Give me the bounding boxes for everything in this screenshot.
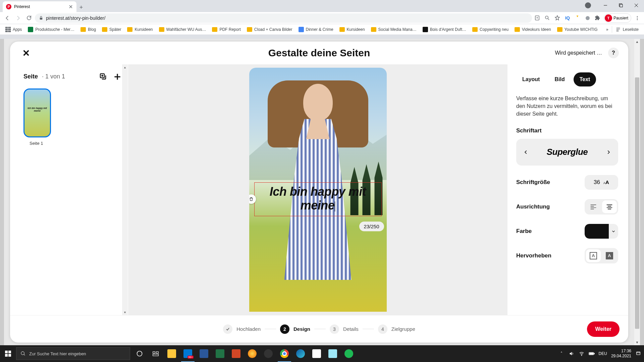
window-close-icon[interactable] [629, 0, 644, 11]
extension-icon-2[interactable] [584, 14, 592, 22]
text-content[interactable]: Ich bin happy mitmeine [257, 185, 379, 213]
highlight-none-button[interactable]: A [586, 249, 601, 262]
browser-tab[interactable]: P Pinterest [3, 1, 76, 12]
bookmark-item[interactable]: Copywriting neu [470, 26, 511, 33]
extension-icon-1[interactable] [574, 14, 582, 22]
help-button[interactable]: ? [608, 48, 619, 58]
app-header: Gestalte deine Seiten Wird gespeichert …… [10, 42, 628, 64]
tray-notifications-icon[interactable] [635, 351, 641, 357]
page-thumbnail[interactable]: Ich bin happy mitmeine [23, 88, 51, 137]
taskbar-powerpoint[interactable] [228, 345, 244, 362]
taskbar-app2[interactable] [309, 345, 325, 362]
iq-icon[interactable]: IQ [564, 14, 572, 22]
tab-layout[interactable]: Layout [516, 72, 546, 86]
install-app-icon[interactable] [533, 14, 541, 22]
chrome-menu-icon[interactable] [633, 14, 641, 22]
taskbar-taskview[interactable] [148, 345, 164, 362]
window-minimize-icon[interactable] [598, 0, 613, 11]
tab-title: Pinterest [14, 4, 30, 9]
chrome-account-icon[interactable] [585, 2, 591, 8]
url-input[interactable]: pinterest.at/story-pin-builder/ [35, 13, 532, 23]
taskbar-search[interactable]: Zur Suche Text hier eingeben [16, 347, 130, 360]
text-box[interactable]: Ich bin happy mitmeine 23/250 [254, 182, 382, 216]
taskbar-notepad[interactable] [325, 345, 341, 362]
tray-wifi-icon[interactable] [579, 351, 585, 357]
taskbar-obs[interactable] [260, 345, 276, 362]
svg-rect-12 [153, 352, 155, 353]
stepper: Hochladen 2 Design 3 Details 4 [223, 324, 415, 334]
bookmark-item[interactable]: Youtube WICHTIG [554, 26, 600, 33]
tray-volume-icon[interactable] [569, 351, 575, 357]
font-next-button[interactable] [604, 148, 613, 157]
font-prev-button[interactable] [522, 148, 530, 157]
word-icon [200, 349, 208, 358]
bookmark-item[interactable]: Kursideen [124, 26, 155, 33]
scroll-up-icon[interactable]: ▴ [122, 64, 128, 70]
profile-badge[interactable]: T Pausiert [604, 13, 631, 23]
reading-list-button[interactable]: Leseliste [613, 25, 641, 34]
scrollbar-thumb[interactable] [635, 77, 639, 329]
tray-language[interactable]: DEU [599, 351, 607, 356]
align-center-button[interactable] [602, 200, 617, 213]
taskbar-app1[interactable] [244, 345, 260, 362]
font-size-input[interactable]: 36 AA [585, 175, 618, 190]
bookmark-item[interactable]: Dinner & Crime [296, 25, 336, 34]
bookmark-item[interactable]: Kursideen [337, 26, 368, 33]
scroll-down-icon[interactable]: ▾ [122, 309, 128, 315]
taskbar-word[interactable] [196, 345, 212, 362]
taskbar-explorer[interactable] [164, 345, 180, 362]
bookmark-overflow[interactable]: » [603, 26, 611, 33]
window-maximize-icon[interactable] [613, 0, 629, 11]
back-button[interactable] [3, 13, 12, 23]
step-audience[interactable]: 4 Zielgruppe [378, 324, 415, 334]
tray-battery-icon[interactable] [589, 351, 595, 357]
scroll-up-icon[interactable]: ▲ [634, 39, 640, 45]
tab-text[interactable]: Text [574, 72, 596, 86]
color-picker[interactable] [585, 224, 618, 239]
tray-expand-icon[interactable]: ˄ [558, 351, 565, 357]
url-text: pinterest.at/story-pin-builder/ [46, 15, 105, 21]
bookmark-item[interactable]: PDF Report [209, 26, 243, 33]
align-left-button[interactable] [586, 200, 601, 213]
taskbar-cortana[interactable] [131, 345, 148, 362]
bookmark-item[interactable]: Social Media Mana… [368, 26, 419, 33]
bookmark-item[interactable]: Videokurs Ideen [512, 26, 554, 33]
tab-close-icon[interactable] [68, 4, 73, 9]
forward-button[interactable] [13, 13, 23, 23]
close-button[interactable] [19, 46, 33, 60]
bookmark-item[interactable]: Produktsuche - Mer… [25, 25, 77, 34]
scroll-down-icon[interactable]: ▼ [634, 340, 640, 345]
bookmark-item[interactable]: Cload + Canva Bilder [244, 26, 295, 33]
bookmark-item[interactable]: Blog [78, 26, 99, 33]
sidebar-scrollbar[interactable]: ▴ ▾ [122, 64, 128, 315]
step-design[interactable]: 2 Design [280, 324, 310, 334]
duplicate-page-button[interactable] [99, 72, 107, 80]
tray-clock[interactable]: 17:36 29.04.2021 [611, 349, 631, 359]
tab-image[interactable]: Bild [548, 72, 571, 86]
taskbar-spotify[interactable] [341, 345, 357, 362]
step-details[interactable]: 3 Details [330, 324, 359, 334]
step-upload[interactable]: Hochladen [223, 324, 261, 334]
reload-button[interactable] [24, 13, 34, 23]
taskbar-excel[interactable] [212, 345, 228, 362]
bookmark-item[interactable]: Später [99, 26, 124, 33]
highlight-fill-button[interactable]: A [602, 249, 617, 262]
design-canvas[interactable]: Ich bin happy mitmeine 23/250 [249, 68, 387, 312]
taskbar-mail[interactable]: 99+ [180, 345, 196, 362]
delete-text-button[interactable] [249, 194, 256, 204]
new-tab-button[interactable]: + [76, 3, 86, 12]
bookmark-item[interactable]: Bois d'Argent Duft… [420, 25, 469, 34]
taskbar-edge[interactable] [292, 345, 309, 362]
svg-rect-19 [637, 352, 640, 355]
zoom-icon[interactable] [543, 14, 551, 22]
extensions-puzzle-icon[interactable] [594, 14, 602, 22]
bookmark-star-icon[interactable] [553, 14, 561, 22]
bookmark-apps[interactable]: Apps [3, 25, 24, 34]
bookmark-item[interactable]: Wahlfächer WU Aus… [156, 26, 209, 33]
start-button[interactable] [0, 345, 16, 362]
svg-rect-18 [589, 353, 593, 355]
page-scrollbar[interactable]: ▲ ▼ [634, 39, 640, 345]
taskbar-chrome[interactable] [276, 345, 292, 362]
add-page-button[interactable] [113, 72, 121, 80]
next-button[interactable]: Weiter [587, 321, 620, 337]
